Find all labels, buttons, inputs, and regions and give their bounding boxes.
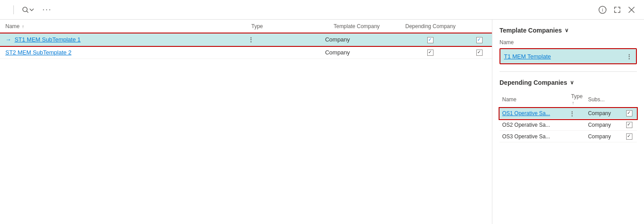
dep-row-subs-checkbox xyxy=(622,108,637,119)
template-companies-section-title: Template Companies ∨ xyxy=(500,27,637,34)
template-rows-container: T1 MEM Template⋮ xyxy=(500,48,637,64)
checkbox-icon xyxy=(476,37,483,43)
col-header-name: Name ↑ xyxy=(0,20,246,33)
dep-row-type-cell: Company xyxy=(585,119,622,131)
dep-row-name-cell: OS3 Operative Sa... xyxy=(500,131,568,142)
search-icon xyxy=(22,6,29,13)
dep-table-row[interactable]: OS3 Operative Sa...Company xyxy=(500,131,637,142)
expand-button[interactable] xyxy=(612,4,623,15)
left-panel: Name ↑ Type Template Company Depending C… xyxy=(0,20,492,224)
chevron-down-icon xyxy=(29,7,34,12)
row-more-btn[interactable]: ⋮ xyxy=(246,33,320,46)
main-content: Name ↑ Type Template Company Depending C… xyxy=(0,20,644,224)
sort-asc-icon: ↑ xyxy=(22,24,24,29)
dep-row-type-cell: Company xyxy=(585,108,622,119)
dep-table-row[interactable]: OS2 Operative Sa...Company xyxy=(500,119,637,131)
checkbox-icon xyxy=(626,133,632,140)
row-name-cell: ST2 MEM SubTemplate 2 xyxy=(0,46,246,59)
depending-companies-table: Name Type ↑ Subs... OS1 Operative Sa...⋮… xyxy=(500,91,637,142)
dep-table-row[interactable]: OS1 Operative Sa...⋮Company xyxy=(500,108,637,119)
header: ··· i xyxy=(0,0,644,20)
table-row[interactable]: → ST1 MEM SubTemplate 1⋮Company xyxy=(0,33,492,46)
checkbox-icon xyxy=(427,50,433,56)
template-row-highlight xyxy=(612,52,624,61)
company-table: Name ↑ Type Template Company Depending C… xyxy=(0,20,492,59)
template-companies-chevron-icon[interactable]: ∨ xyxy=(565,27,569,33)
info-icon: i xyxy=(599,6,607,14)
search-button[interactable] xyxy=(20,4,36,15)
row-template-checkbox xyxy=(393,46,467,59)
checkbox-icon xyxy=(427,37,433,43)
row-type-cell: Company xyxy=(320,46,393,59)
header-right: i xyxy=(597,4,637,16)
checkbox-icon xyxy=(626,110,632,116)
svg-line-1 xyxy=(27,11,28,12)
dep-sort-icon: ↑ xyxy=(572,100,574,105)
row-name-link[interactable]: ST1 MEM SubTemplate 1 xyxy=(15,36,81,43)
dep-row-subs-checkbox xyxy=(622,131,637,142)
row-more-icon[interactable]: ⋮ xyxy=(248,36,254,43)
template-col-name-header: Name xyxy=(500,39,637,46)
checkbox-icon xyxy=(626,122,632,128)
template-row-actions: ⋮ xyxy=(612,52,632,61)
checkbox-icon xyxy=(476,50,483,56)
row-depending-checkbox xyxy=(467,46,492,59)
dep-row-more-placeholder xyxy=(568,119,585,131)
depending-companies-chevron-icon[interactable]: ∨ xyxy=(570,79,574,86)
dep-row-more-icon[interactable]: ⋮ xyxy=(569,110,575,117)
dep-row-type-cell: Company xyxy=(585,131,622,142)
header-left: ··· xyxy=(7,3,54,16)
template-row[interactable]: T1 MEM Template⋮ xyxy=(500,48,637,64)
dep-col-header-subs: Subs... xyxy=(585,91,622,108)
close-button[interactable] xyxy=(626,4,637,15)
dep-col-header-type: Type ↑ xyxy=(568,91,585,108)
more-options-button[interactable]: ··· xyxy=(41,3,54,16)
info-button[interactable]: i xyxy=(597,4,608,16)
col-header-type: Type xyxy=(246,20,320,33)
dep-col-header-name: Name xyxy=(500,91,568,108)
template-row-name[interactable]: T1 MEM Template xyxy=(504,53,551,60)
panel-divider xyxy=(500,71,637,72)
header-divider xyxy=(13,5,14,14)
col-header-template: Template Company xyxy=(320,20,393,33)
row-name-cell: → ST1 MEM SubTemplate 1 xyxy=(0,33,246,46)
table-row[interactable]: ST2 MEM SubTemplate 2Company xyxy=(0,46,492,59)
row-type-cell: Company xyxy=(320,33,393,46)
dep-row-more-placeholder xyxy=(568,131,585,142)
col-header-depending: Depending Company xyxy=(393,20,467,33)
row-more-placeholder xyxy=(246,46,320,59)
close-icon xyxy=(628,6,635,13)
row-depending-checkbox xyxy=(467,33,492,46)
dep-row-subs-checkbox xyxy=(622,119,637,131)
right-panel: Template Companies ∨ Name T1 MEM Templat… xyxy=(492,20,644,224)
app-container: ··· i xyxy=(0,0,644,224)
more-options-icon: ··· xyxy=(42,5,52,14)
dep-row-name-cell: OS1 Operative Sa... xyxy=(500,108,568,119)
dep-row-name-cell: OS2 Operative Sa... xyxy=(500,119,568,131)
template-row-more-icon[interactable]: ⋮ xyxy=(626,53,632,60)
depending-companies-section-title: Depending Companies ∨ xyxy=(500,79,637,86)
dep-row-more-btn[interactable]: ⋮ xyxy=(568,108,585,119)
expand-icon xyxy=(614,6,621,13)
dep-row-name-link[interactable]: OS1 Operative Sa... xyxy=(502,110,550,116)
svg-text:i: i xyxy=(602,7,603,12)
depending-companies-label: Depending Companies xyxy=(500,79,567,86)
row-arrow-icon: → xyxy=(5,36,13,43)
row-name-link[interactable]: ST2 MEM SubTemplate 2 xyxy=(5,49,71,56)
row-template-checkbox xyxy=(393,33,467,46)
template-companies-label: Template Companies xyxy=(500,27,562,34)
